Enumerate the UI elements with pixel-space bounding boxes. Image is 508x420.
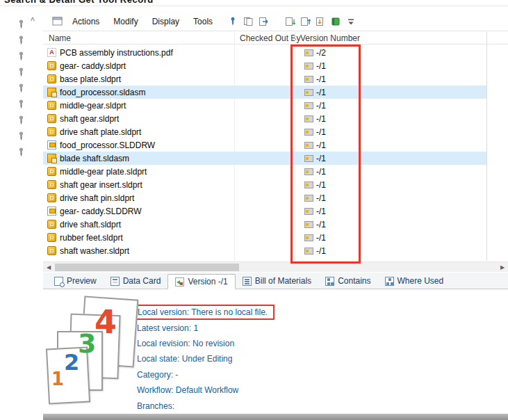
file-name: food_processor.sldasm xyxy=(60,88,145,97)
check-out-icon[interactable] xyxy=(282,15,297,29)
file-name: blade shaft.sldasm xyxy=(60,154,129,163)
table-row[interactable]: middle-gear plate.sldprt -/1 xyxy=(43,165,486,178)
version-number: -/1 xyxy=(316,61,326,71)
part-file-icon xyxy=(47,61,56,70)
column-header-version-number[interactable]: Version Number xyxy=(300,33,360,43)
main-pane: ActionsModifyDisplayTools xyxy=(43,0,508,420)
table-row[interactable]: drive shaft plate.sldprt -/1 xyxy=(43,125,486,138)
file-name: drive shaft pin.sldprt xyxy=(60,193,134,203)
tab[interactable]: Contains xyxy=(318,273,377,289)
tab[interactable]: Version -/1 xyxy=(167,274,235,289)
version-number: -/1 xyxy=(316,140,326,150)
menu-item[interactable]: Display xyxy=(145,15,186,29)
pushpin-icon[interactable] xyxy=(17,99,26,109)
version-cell: -/1 xyxy=(304,220,326,229)
tab[interactable]: Preview xyxy=(47,273,104,289)
table-row[interactable]: food_processor.sldasm -/1 xyxy=(43,86,486,99)
version-number: -/1 xyxy=(316,127,326,137)
part-file-icon xyxy=(47,193,56,202)
version-archive-icon xyxy=(304,129,313,136)
menu-item[interactable]: Actions xyxy=(65,15,106,29)
pushpin-icon[interactable] xyxy=(17,35,26,45)
version-cell: -/1 xyxy=(304,88,326,97)
part-file-icon xyxy=(47,167,56,176)
tab[interactable]: Where Used xyxy=(378,273,451,289)
table-row[interactable]: middle-gear.sldprt -/1 xyxy=(43,99,486,112)
part-file-icon xyxy=(47,127,56,136)
pushpin-icon[interactable] xyxy=(17,115,26,125)
column-header-checked-out-by[interactable]: Checked Out By xyxy=(240,33,300,43)
version-number: -/2 xyxy=(316,48,326,58)
horizontal-scrollbar[interactable]: ◀ ▶ xyxy=(43,261,508,272)
version-archive-icon xyxy=(304,208,313,215)
version-info-line: Latest version: 1 xyxy=(137,320,275,335)
file-list: PCB assembly instructions.pdf -/2 gear- … xyxy=(43,46,486,257)
part-file-icon xyxy=(47,246,56,255)
table-row[interactable]: gear- caddy.sldprt -/1 xyxy=(43,59,486,72)
version-archive-icon xyxy=(304,168,313,175)
history-book-icon[interactable] xyxy=(328,15,343,29)
version-cell: -/1 xyxy=(304,207,326,216)
version-archive-icon xyxy=(304,248,313,255)
more-actions-caret-icon[interactable] xyxy=(343,15,359,29)
version-stack-number: 4 xyxy=(95,303,117,341)
table-row[interactable]: blade shaft.sldasm -/1 xyxy=(43,152,486,165)
pushpin-icon[interactable] xyxy=(225,15,240,29)
table-row[interactable]: drive shaft.sldprt -/1 xyxy=(43,218,486,231)
table-row[interactable]: PCB assembly instructions.pdf -/2 xyxy=(43,46,486,59)
version-info-text: Local version: There is no local file. xyxy=(134,305,275,320)
pushpin-icon[interactable] xyxy=(17,131,26,141)
collapse-chevron-icon[interactable]: ^ xyxy=(31,17,35,24)
version-cell: -/1 xyxy=(304,246,326,256)
scrollbar-thumb[interactable] xyxy=(55,264,239,271)
version-stack-graphic: 1234 xyxy=(46,298,143,410)
file-name: food_processor.SLDDRW xyxy=(60,140,155,150)
version-info-line: Local state: Under Editing xyxy=(137,351,275,366)
menu-item[interactable]: Modify xyxy=(106,15,145,29)
table-row[interactable]: shaft washer.sldprt -/1 xyxy=(43,244,486,257)
tab[interactable]: Data Card xyxy=(104,273,168,289)
table-row[interactable]: gear- caddy.SLDDRW -/1 xyxy=(43,204,486,218)
file-name: gear- caddy.sldprt xyxy=(60,61,126,71)
check-in-icon[interactable] xyxy=(297,15,313,29)
version-number: -/1 xyxy=(316,207,326,216)
table-row[interactable]: base plate.sldprt -/1 xyxy=(43,72,486,86)
version-info-list: Local version: There is no local file. L… xyxy=(137,305,275,414)
tab-label: Version -/1 xyxy=(188,277,227,286)
toolbar-icons xyxy=(225,15,359,29)
file-name: gear- caddy.SLDDRW xyxy=(60,207,142,216)
copy-tree-icon[interactable] xyxy=(240,15,256,29)
version-stack-number: 3 xyxy=(78,328,96,359)
get-latest-version-icon[interactable] xyxy=(313,15,328,29)
bottom-scroll-edge[interactable] xyxy=(43,414,508,420)
version-archive-icon xyxy=(304,102,313,109)
column-header-name[interactable]: Name xyxy=(49,33,71,43)
tab-label: Data Card xyxy=(123,276,161,286)
pushpin-icon[interactable] xyxy=(17,67,26,77)
table-row[interactable]: shaft gear insert.sldprt -/1 xyxy=(43,178,486,191)
divider xyxy=(0,6,508,6)
pushpin-icon[interactable] xyxy=(17,83,26,93)
column-header-row: Name Checked Out By Version Number xyxy=(43,32,508,45)
scroll-right-arrow-icon[interactable]: ▶ xyxy=(497,262,508,273)
pushpin-icon[interactable] xyxy=(17,19,26,29)
file-name: shaft washer.sldprt xyxy=(60,246,129,256)
menu-item[interactable]: Tools xyxy=(186,15,220,29)
version-archive-icon xyxy=(304,63,313,70)
export-icon[interactable] xyxy=(256,15,271,29)
table-row[interactable]: drive shaft pin.sldprt -/1 xyxy=(43,191,486,204)
pushpin-icon[interactable] xyxy=(17,147,26,157)
tab[interactable]: Bill of Materials xyxy=(236,273,318,289)
version-cell: -/1 xyxy=(304,233,326,243)
table-row[interactable]: rubber feet.sldprt -/1 xyxy=(43,231,486,244)
scroll-left-arrow-icon[interactable]: ◀ xyxy=(43,262,54,273)
version-stack-number: 2 xyxy=(64,349,79,375)
pin-strip: ^ xyxy=(0,7,43,271)
pushpin-icon[interactable] xyxy=(17,51,26,61)
version-tab-icon xyxy=(175,277,184,286)
part-file-icon xyxy=(47,114,56,123)
file-name: middle-gear.sldprt xyxy=(60,101,126,111)
table-row[interactable]: food_processor.SLDDRW -/1 xyxy=(43,138,486,152)
table-row[interactable]: shaft gear.sldprt -/1 xyxy=(43,112,486,125)
version-cell: -/1 xyxy=(304,180,326,190)
